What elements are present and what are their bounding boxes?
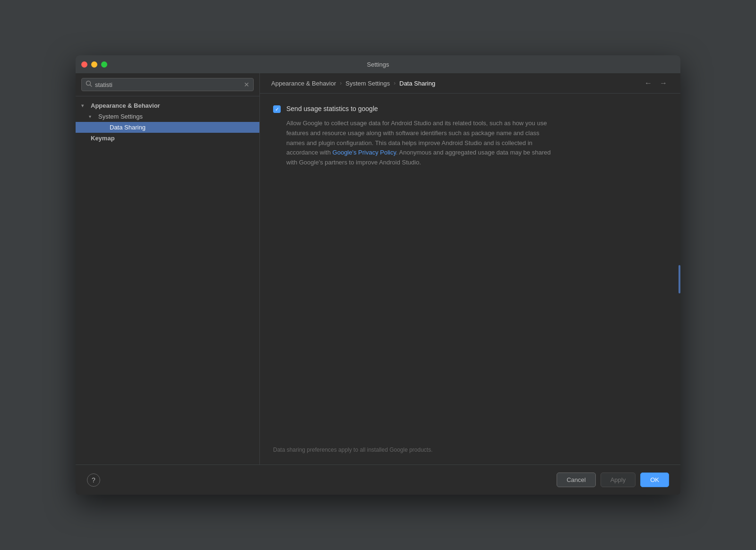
- description-text: Allow Google to collect usage data for A…: [286, 119, 551, 168]
- apply-button[interactable]: Apply: [601, 473, 636, 487]
- sidebar-item-system-settings[interactable]: ▾ System Settings: [76, 111, 259, 122]
- breadcrumb-data-sharing: Data Sharing: [399, 80, 435, 87]
- sidebar-item-appearance-behavior[interactable]: ▾ Appearance & Behavior: [76, 100, 259, 111]
- privacy-policy-link[interactable]: Google's Privacy Policy: [333, 149, 396, 156]
- sidebar-item-label: System Settings: [98, 113, 143, 120]
- ok-button[interactable]: OK: [640, 473, 669, 487]
- breadcrumb-nav: ← →: [643, 79, 669, 87]
- checkbox-wrap: ✓: [273, 105, 281, 113]
- checkmark-icon: ✓: [275, 107, 279, 112]
- send-usage-stats-checkbox[interactable]: ✓: [273, 105, 281, 113]
- sidebar-item-data-sharing[interactable]: Data Sharing: [76, 122, 259, 133]
- sidebar-item-label: Keymap: [91, 135, 115, 142]
- search-input[interactable]: [95, 81, 241, 88]
- back-button[interactable]: ←: [643, 79, 654, 87]
- minimize-button[interactable]: [91, 61, 97, 68]
- sidebar-item-label: Data Sharing: [110, 124, 146, 131]
- footer-note: Data sharing preferences apply to all in…: [273, 447, 433, 453]
- sidebar-item-label: Appearance & Behavior: [91, 102, 160, 109]
- breadcrumb-system-settings: System Settings: [345, 80, 390, 87]
- maximize-button[interactable]: [101, 61, 107, 68]
- nav-tree: ▾ Appearance & Behavior ▾ System Setting…: [76, 96, 259, 464]
- window-controls: [81, 61, 107, 68]
- breadcrumb: Appearance & Behavior › System Settings …: [260, 73, 680, 94]
- svg-line-1: [90, 85, 92, 87]
- page-content: ✓ Send usage statistics to google Allow …: [260, 94, 680, 464]
- close-button[interactable]: [81, 61, 87, 68]
- usage-stats-row: ✓ Send usage statistics to google: [273, 105, 667, 113]
- chevron-icon: [81, 136, 89, 141]
- dialog-footer: ? Cancel Apply OK: [76, 464, 680, 495]
- sidebar-item-keymap[interactable]: Keymap: [76, 133, 259, 144]
- breadcrumb-sep-2: ›: [394, 80, 395, 86]
- settings-dialog: Settings ✕: [76, 55, 680, 495]
- cancel-button[interactable]: Cancel: [557, 473, 595, 487]
- breadcrumb-sep-1: ›: [340, 80, 342, 86]
- main-content: Appearance & Behavior › System Settings …: [260, 73, 680, 464]
- title-bar: Settings: [76, 55, 680, 73]
- search-bar: ✕: [76, 73, 259, 96]
- sidebar: ✕ ▾ Appearance & Behavior ▾ System Setti…: [76, 73, 260, 464]
- scrollbar-indicator[interactable]: [679, 265, 680, 293]
- forward-button[interactable]: →: [658, 79, 669, 87]
- chevron-icon: ▾: [81, 103, 89, 108]
- search-clear-button[interactable]: ✕: [244, 81, 249, 88]
- chevron-icon: ▾: [89, 114, 96, 119]
- breadcrumb-appearance: Appearance & Behavior: [271, 80, 336, 87]
- dialog-title: Settings: [367, 61, 389, 68]
- help-button[interactable]: ?: [87, 473, 100, 487]
- chevron-icon: [100, 125, 108, 130]
- search-input-wrap: ✕: [81, 78, 254, 91]
- content-area: ✕ ▾ Appearance & Behavior ▾ System Setti…: [76, 73, 680, 464]
- checkbox-label: Send usage statistics to google: [286, 105, 378, 112]
- search-icon: [86, 80, 92, 89]
